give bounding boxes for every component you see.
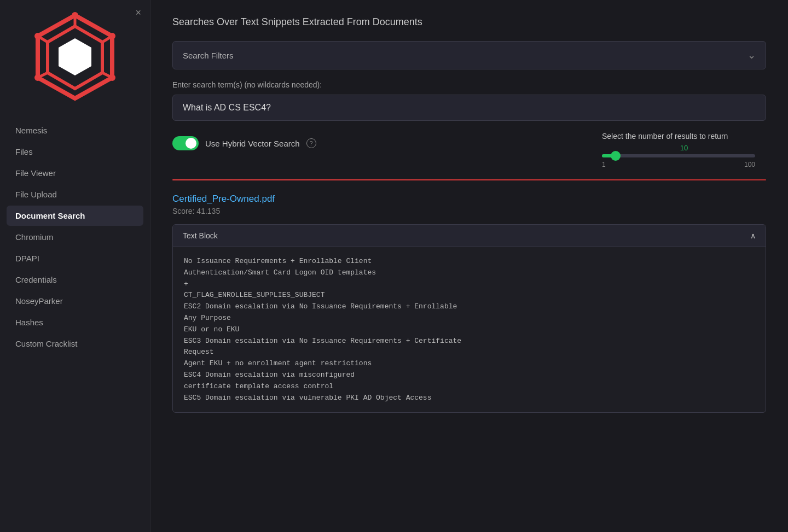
search-filters-label: Search Filters: [183, 51, 234, 60]
slider-track: [602, 154, 755, 157]
toggle-label: Use Hybrid Vector Search: [205, 139, 300, 148]
svg-marker-2: [59, 38, 91, 75]
text-block-label: Text Block: [183, 231, 218, 240]
sidebar-item-nemesis[interactable]: Nemesis: [7, 120, 143, 141]
search-input[interactable]: [172, 95, 766, 121]
app-logo: [26, 5, 124, 115]
result-score: Score: 41.135: [172, 207, 766, 215]
chevron-up-icon: ∧: [750, 231, 756, 240]
sidebar-item-custom-cracklist[interactable]: Custom Cracklist: [7, 334, 143, 354]
main-content: Searches Over Text Snippets Extracted Fr…: [150, 0, 788, 532]
search-filters-dropdown[interactable]: Search Filters ⌄: [172, 41, 766, 69]
result-filename[interactable]: Certified_Pre-Owned.pdf: [172, 194, 766, 204]
sidebar-item-dpapi[interactable]: DPAPI: [7, 248, 143, 268]
slider-range-labels: 1 100: [602, 161, 755, 168]
sidebar-item-document-search[interactable]: Document Search: [7, 206, 143, 226]
controls-row: Use Hybrid Vector Search ? Select the nu…: [172, 132, 766, 168]
text-block-header[interactable]: Text Block ∧: [173, 225, 766, 247]
sidebar-item-credentials[interactable]: Credentials: [7, 270, 143, 290]
sidebar-item-file-viewer[interactable]: File Viewer: [7, 163, 143, 183]
sidebar: × Nemesis Files File Viewer File Uplo: [0, 0, 150, 532]
text-block-content: No Issuance Requirements + Enrollable Cl…: [173, 247, 766, 412]
sidebar-item-files[interactable]: Files: [7, 142, 143, 162]
sidebar-item-noseyparker[interactable]: NoseyParker: [7, 291, 143, 311]
help-icon[interactable]: ?: [306, 138, 316, 148]
sidebar-item-hashes[interactable]: Hashes: [7, 312, 143, 332]
sidebar-item-chromium[interactable]: Chromium: [7, 227, 143, 247]
sidebar-nav: Nemesis Files File Viewer File Upload Do…: [0, 120, 150, 354]
slider-min: 1: [602, 161, 606, 168]
text-block-container: Text Block ∧ No Issuance Requirements + …: [172, 224, 766, 413]
slider-value: 10: [602, 144, 766, 152]
page-title: Searches Over Text Snippets Extracted Fr…: [172, 16, 766, 28]
hybrid-vector-toggle[interactable]: [172, 136, 199, 150]
section-divider: [172, 179, 766, 180]
close-button[interactable]: ×: [135, 8, 141, 17]
search-input-label: Enter search term(s) (no wildcards neede…: [172, 80, 766, 89]
chevron-down-icon: ⌄: [748, 49, 756, 61]
slider-title: Select the number of results to return: [602, 132, 728, 141]
toggle-group: Use Hybrid Vector Search ?: [172, 136, 316, 150]
sidebar-item-file-upload[interactable]: File Upload: [7, 184, 143, 204]
slider-thumb[interactable]: [611, 151, 621, 161]
slider-group: Select the number of results to return 1…: [602, 132, 766, 168]
slider-max: 100: [744, 161, 755, 168]
